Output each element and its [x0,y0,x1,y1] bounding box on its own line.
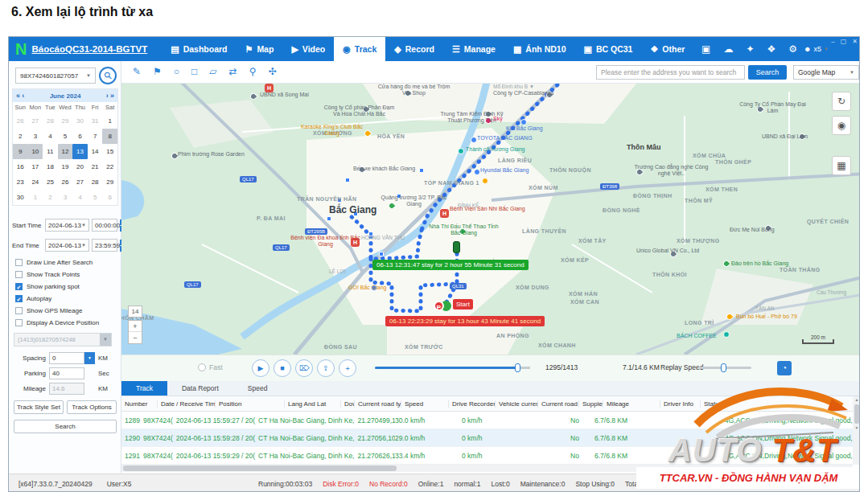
track-style-set-button[interactable]: Track Style Set [14,400,64,414]
calendar-day[interactable]: 3 [28,129,43,144]
calendar-day[interactable]: 10 [28,144,43,159]
start-date-select[interactable]: 2024-06-13▼ [45,219,89,232]
column-header[interactable]: Date / Receive Time [158,400,216,408]
checkbox-draw-line-after-search[interactable]: Draw Line After Search [15,259,93,266]
calendar-day[interactable]: 9 [13,144,28,159]
map-marker[interactable] [474,169,480,175]
replay-report-icon[interactable]: ◔ [777,361,792,375]
tab-bc-qc31[interactable]: ▣BC QC31 [575,37,642,61]
map-marker[interactable] [723,331,730,338]
calendar-day[interactable]: 5 [58,129,73,144]
map-rotate-control[interactable]: ↻ [832,92,851,111]
draw-polygon-icon[interactable]: ▱ [209,66,216,77]
column-header[interactable]: Drive Recorder Spee [449,400,496,408]
tab-map[interactable]: ⚑Map [237,37,283,61]
calendar-day[interactable]: 29 [102,174,117,190]
calendar-day[interactable]: 30 [13,190,28,205]
track-options-button[interactable]: Track Options [67,400,117,414]
vertical-scrollbar[interactable]: ▲ ▼ [853,396,860,465]
parking-input[interactable]: 40 [49,367,84,379]
scroll-up-icon[interactable]: ▲ [853,396,860,404]
checkbox-autoplay[interactable]: ✔Autoplay [15,295,51,302]
calendar-day[interactable]: 15 [102,144,117,159]
checkbox-show-track-points[interactable]: Show Track Points [15,271,80,278]
checkbox-show-parking-spot[interactable]: ✔Show parking spot [15,283,80,290]
calendar-day[interactable]: 16 [13,159,28,174]
calendar-day[interactable]: 27 [72,174,88,190]
calendar-day[interactable]: 27 [28,113,43,129]
prev-year-icon[interactable]: « [16,92,20,100]
map-marker[interactable] [345,178,350,182]
column-header[interactable]: Driver Info [660,400,701,408]
calendar-day[interactable]: 21 [88,159,103,174]
calendar-day[interactable]: 4 [43,129,58,144]
device-id-select[interactable]: 98X7424601827057 ▼ [15,68,96,84]
calendar-day[interactable]: 5 [88,190,103,205]
column-header[interactable]: Lang And Lat [285,400,341,408]
calendar-day[interactable]: 26 [58,174,73,190]
column-header[interactable]: Mileage [603,400,660,408]
calendar-day[interactable]: 17 [28,159,43,174]
column-header[interactable]: Number [121,400,158,408]
calendar-day[interactable]: 24 [28,174,43,190]
calendar-day[interactable]: 2 [13,129,28,144]
calendar-day[interactable]: 3 [58,190,73,205]
map-layers-control[interactable]: ▦ [832,156,851,175]
start-time-input[interactable]: 00:00:00 [92,219,117,232]
map-marker[interactable] [520,119,527,125]
fast-radio[interactable]: Fast [198,363,223,371]
map-canvas[interactable]: UBND xã Song MaiCửa hàng đồ mẹ và bé Trộ… [121,84,860,355]
brand-title[interactable]: BáocáoQC31-2014-BGTVT [31,44,147,54]
next-month-icon[interactable]: › [106,92,109,100]
settings-gear-icon[interactable]: ⚙ [788,43,797,55]
zoom-in-button[interactable]: + [129,321,142,332]
replay-speed-handle[interactable] [721,363,726,372]
tab-other[interactable]: ❖Other [641,37,693,61]
calendar-day[interactable]: 30 [72,113,88,129]
calendar-day[interactable]: 1 [28,190,43,205]
calendar-day[interactable]: 26 [13,113,28,129]
zoom-tool-icon[interactable]: ⚲ [249,66,257,77]
horizontal-scrollbar[interactable] [121,465,853,472]
map-provider-select[interactable]: Google Map ▼ [793,65,859,80]
device-search-button[interactable]: ⚲ [99,67,117,84]
tab-video[interactable]: ▶Video [282,37,334,61]
calendar-day[interactable]: 6 [102,190,117,205]
column-header[interactable]: Speed [401,400,449,408]
calendar-day[interactable]: 4 [72,190,88,205]
fullscreen-icon[interactable]: ✣ [268,66,276,77]
calendar-day[interactable]: 19 [58,159,73,174]
end-date-select[interactable]: 2024-06-13▼ [45,239,89,252]
flag-marker-icon[interactable]: ⚑ [153,66,162,77]
tab-dashboard[interactable]: ▤Dashboard [162,37,236,61]
map-marker[interactable] [327,216,331,221]
add-button[interactable]: ＋ [339,359,356,377]
chevron-down-icon[interactable]: ▼ [84,352,95,364]
apps-grid-icon[interactable]: ❖ [767,43,776,55]
vest-icon[interactable]: ✦ [746,43,754,55]
draw-circle-icon[interactable]: ○ [174,66,179,77]
cloud-icon[interactable]: ☁ [723,43,733,55]
map-marker[interactable] [419,168,424,173]
calendar-day[interactable]: 12 [58,144,73,159]
map-marker[interactable] [434,301,444,311]
tab-anh-nd10[interactable]: ▦Ánh ND10 [504,37,575,61]
column-header[interactable]: Vehicle current sp [496,400,538,408]
calendar-day[interactable]: 6 [72,129,88,144]
calendar-day[interactable]: 2 [43,190,58,205]
close-button[interactable]: ✕ [852,38,858,45]
cast-screen-icon[interactable]: ▣ [701,43,710,55]
scrollbar-thumb[interactable] [123,465,397,471]
map-marker[interactable] [482,178,488,184]
column-header[interactable]: Supplemer [579,400,603,408]
table-tab-track[interactable]: Track [121,381,167,396]
map-marker[interactable] [440,209,449,218]
tab-track[interactable]: ◉Track [334,37,385,61]
prev-month-icon[interactable]: ‹ [22,92,24,100]
column-header[interactable]: Status [701,400,853,408]
calendar-day[interactable]: 23 [13,174,28,190]
calendar-day[interactable]: 28 [43,113,58,129]
map-marker[interactable] [458,148,464,154]
column-header[interactable]: Position [216,400,285,408]
map-marker[interactable] [379,252,384,256]
